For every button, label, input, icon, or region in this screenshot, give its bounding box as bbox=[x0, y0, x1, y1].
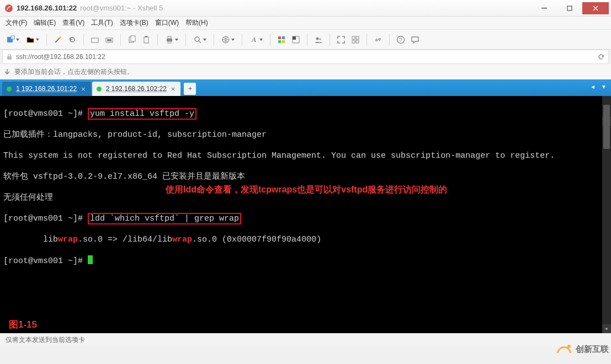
svg-rect-22 bbox=[278, 40, 281, 43]
output-line: This system is not registered to Red Hat… bbox=[3, 151, 608, 161]
link-icon[interactable] bbox=[371, 33, 385, 46]
status-dot-icon bbox=[7, 87, 12, 92]
session-tab-label: 1 192.168.26.101:22 bbox=[16, 85, 77, 93]
reconnect-icon[interactable] bbox=[66, 33, 79, 46]
svg-rect-23 bbox=[282, 40, 285, 43]
copy-icon[interactable] bbox=[125, 33, 139, 46]
toolbar-separator bbox=[242, 34, 242, 46]
toolbar-separator bbox=[157, 34, 158, 46]
close-button[interactable] bbox=[582, 2, 609, 14]
palette2-icon[interactable] bbox=[289, 33, 302, 46]
menubar: 文件(F) 编辑(E) 查看(V) 工具(T) 选项卡(B) 窗口(W) 帮助(… bbox=[0, 17, 611, 30]
menu-view[interactable]: 查看(V) bbox=[62, 18, 84, 28]
toolbar: +A? bbox=[0, 30, 611, 50]
svg-point-35 bbox=[567, 345, 571, 348]
people-icon[interactable] bbox=[312, 33, 325, 46]
arrow-down-icon[interactable] bbox=[3, 68, 11, 76]
address-bar bbox=[2, 50, 609, 64]
refresh-icon[interactable] bbox=[597, 53, 605, 61]
status-bar: 仅将文本发送到当前选项卡 bbox=[0, 333, 611, 346]
output-line: 软件包 vsftpd-3.0.2-9.el7.x86_64 已安装并且是最新版本 bbox=[3, 172, 608, 182]
toolbar-separator bbox=[366, 34, 367, 46]
svg-rect-15 bbox=[168, 36, 171, 39]
menu-tabs[interactable]: 选项卡(B) bbox=[120, 18, 148, 28]
menu-edit[interactable]: 编辑(E) bbox=[34, 18, 56, 28]
svg-rect-25 bbox=[293, 36, 296, 40]
status-dot-icon bbox=[97, 87, 102, 92]
session-tab-label: 2 192.168.26.102:22 bbox=[106, 85, 167, 93]
help-icon[interactable]: ? bbox=[394, 33, 407, 46]
fullscreen-icon[interactable] bbox=[334, 33, 348, 46]
svg-rect-31 bbox=[356, 40, 359, 43]
svg-rect-1 bbox=[541, 8, 547, 9]
svg-rect-13 bbox=[145, 36, 147, 38]
status-text: 仅将文本发送到当前选项卡 bbox=[6, 335, 85, 345]
tabs-scroll-left[interactable]: ◂ bbox=[588, 82, 598, 92]
svg-rect-11 bbox=[131, 36, 135, 41]
title-suffix: root@vms001:~ - Xshell 5 bbox=[80, 4, 163, 12]
svg-rect-34 bbox=[7, 56, 12, 60]
globe-icon[interactable] bbox=[219, 33, 237, 46]
prompt: [root@vms001 ~]# bbox=[3, 109, 88, 119]
lock-icon bbox=[6, 53, 13, 60]
svg-rect-29 bbox=[356, 36, 359, 39]
svg-text:A: A bbox=[251, 36, 256, 44]
menu-help[interactable]: 帮助(H) bbox=[185, 18, 208, 28]
watermark-logo-icon bbox=[556, 342, 572, 356]
maximize-button[interactable] bbox=[557, 2, 582, 14]
svg-rect-21 bbox=[282, 36, 285, 39]
toolbar-separator bbox=[120, 34, 121, 46]
new-session-icon[interactable]: + bbox=[3, 33, 22, 46]
scroll-thumb[interactable] bbox=[603, 105, 610, 149]
svg-rect-28 bbox=[352, 36, 355, 39]
toolbar-separator bbox=[389, 34, 390, 46]
search-icon[interactable] bbox=[190, 33, 209, 46]
svg-rect-16 bbox=[168, 41, 171, 43]
svg-rect-30 bbox=[352, 40, 355, 43]
annotation-text: 使用ldd命令查看，发现tcpwraps也是可以对vsftpd服务进行访问控制的 bbox=[166, 184, 447, 195]
svg-rect-7 bbox=[92, 38, 98, 42]
paste-icon[interactable] bbox=[140, 33, 153, 46]
toolbar-separator bbox=[83, 34, 84, 46]
session-tab-1[interactable]: 1 192.168.26.101:22 × bbox=[2, 82, 91, 96]
tab-close-icon[interactable]: × bbox=[81, 85, 86, 93]
toolbar-separator bbox=[330, 34, 330, 46]
terminal[interactable]: [root@vms001 ~]# yum install vsftpd -y 已… bbox=[0, 96, 611, 333]
palette-icon[interactable] bbox=[275, 33, 288, 46]
terminal-scrollbar[interactable]: ▲ ▼ bbox=[602, 96, 611, 333]
svg-text:?: ? bbox=[399, 37, 402, 42]
scroll-down-icon[interactable]: ▼ bbox=[602, 324, 611, 333]
svg-rect-14 bbox=[167, 39, 172, 41]
wand-icon[interactable] bbox=[51, 33, 65, 46]
chat-icon[interactable] bbox=[408, 33, 422, 46]
tab-close-icon[interactable]: × bbox=[171, 85, 176, 93]
figure-label: 图1-15 bbox=[9, 319, 37, 330]
session-tab-2[interactable]: 2 192.168.26.102:22 × bbox=[92, 82, 181, 96]
svg-point-17 bbox=[195, 37, 199, 41]
output-line: 已加载插件：langpacks, product-id, subscriptio… bbox=[3, 130, 608, 140]
toolbar-separator bbox=[46, 34, 47, 46]
cursor bbox=[88, 255, 93, 264]
print-icon[interactable] bbox=[162, 33, 181, 46]
watermark: 创新互联 bbox=[556, 342, 609, 356]
add-tab-button[interactable]: + bbox=[184, 83, 196, 95]
menu-tools[interactable]: 工具(T) bbox=[91, 18, 113, 28]
prompt: [root@vms001 ~]# bbox=[3, 214, 88, 223]
menu-file[interactable]: 文件(F) bbox=[6, 18, 27, 28]
menu-window[interactable]: 窗口(W) bbox=[155, 18, 179, 28]
folder-open-icon[interactable] bbox=[103, 33, 116, 46]
session-tabstrip: 1 192.168.26.101:22 × 2 192.168.26.102:2… bbox=[0, 79, 611, 96]
tile-icon[interactable] bbox=[349, 33, 362, 46]
address-input[interactable] bbox=[16, 53, 597, 61]
folder-small-icon[interactable] bbox=[88, 33, 102, 46]
title-host: 192.168.26.101:22 bbox=[17, 4, 77, 12]
tabs-dropdown[interactable]: ▾ bbox=[599, 82, 609, 92]
titlebar: 192.168.26.101:22 root@vms001:~ - Xshell… bbox=[0, 0, 611, 17]
svg-rect-9 bbox=[107, 39, 111, 41]
toolbar-separator bbox=[214, 34, 214, 46]
font-icon[interactable]: A bbox=[247, 33, 265, 46]
svg-point-6 bbox=[59, 36, 61, 39]
open-icon[interactable] bbox=[23, 33, 42, 46]
minimize-button[interactable] bbox=[532, 2, 557, 14]
output-line: libwrap.so.0 => /lib64/libwrap.so.0 (0x0… bbox=[3, 234, 608, 245]
